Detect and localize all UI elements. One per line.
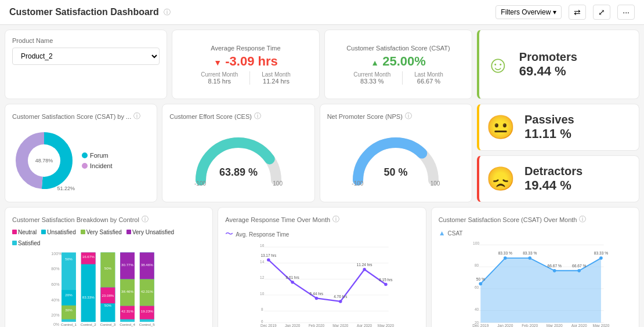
csat-current: Current Month 83.33 % [353,71,390,85]
neutral-face-icon: 😐 [486,114,515,141]
nps-gauge-svg: 50 % [349,134,442,186]
product-select[interactable]: Product_1 Product_2 Product_3 [12,48,160,65]
avg-response-card: Average Response Time -3.09 hrs Current … [172,30,320,99]
svg-point-64 [363,268,367,271]
avg-response-title: Average Response Time [211,45,280,52]
art-info-icon[interactable]: ⓘ [332,215,339,224]
svg-text:Control_5: Control_5 [139,322,155,326]
svg-text:30%: 30% [65,308,73,312]
detractors-pct: 19.44 % [524,178,583,193]
svg-text:Control_4: Control_4 [120,322,135,326]
expand-icon-button[interactable]: ⤢ [593,5,610,20]
svg-text:83.33%: 83.33% [82,295,95,299]
svg-text:23.08%: 23.08% [102,293,114,297]
donut-pct1: 48.78% [35,157,53,164]
ces-info-icon[interactable]: ⓘ [254,111,261,121]
svg-text:Control_3: Control_3 [100,322,115,326]
avg-response-last: Last Month 11.24 hrs [262,71,290,85]
svg-text:Feb 2020: Feb 2020 [309,324,325,327]
passives-detractors-stack: 😐 Passives 11.11 % 😞 Detractors 19.44 % [477,104,639,202]
svg-text:20%: 20% [51,313,60,318]
svg-text:Dec 2019: Dec 2019 [261,324,277,327]
csat-sub: Current Month 83.33 % Last Month 66.67 % [353,71,443,85]
svg-point-89 [479,282,482,286]
svg-text:20%: 20% [65,293,73,297]
passives-pct: 11.11 % [524,126,574,141]
app-header: Customer Satisfaction Dashboard ⓘ Filter… [0,0,644,25]
ces-gauge-labels: -100 100 [192,180,285,187]
svg-point-92 [553,269,556,272]
header-right: Filters Overview ▾ ⇄ ⤢ ··· [495,5,635,20]
svg-point-61 [291,281,295,284]
product-name-card: Product Name Product_1 Product_2 Product… [5,30,167,99]
csat-by-card: Customer Satisfaction Score (CSAT) by ..… [5,104,157,202]
ces-title: Customer Effort Score (CES) ⓘ [169,111,307,121]
svg-point-93 [577,269,581,272]
nps-info-icon[interactable]: ⓘ [405,111,412,121]
svg-rect-13 [61,306,76,319]
avg-response-value: -3.09 hrs [214,54,277,69]
svg-text:50 %: 50 % [476,277,484,281]
svg-text:83.33 %: 83.33 % [594,251,607,255]
passives-card: 😐 Passives 11.11 % [477,104,639,151]
breakdown-info-icon[interactable]: ⓘ [142,215,149,224]
svg-text:14: 14 [260,260,265,264]
breakdown-legend: Neutral Unsatisfied Very Satisfied Very … [12,229,205,246]
nps-gauge: 50 % -100 100 [327,126,465,195]
svg-text:80%: 80% [51,267,60,271]
svg-point-94 [599,256,603,260]
svg-point-65 [384,283,388,286]
row-2: Customer Satisfaction Score (CSAT) by ..… [5,104,639,202]
svg-text:5.44 hrs: 5.44 hrs [310,292,323,296]
svg-text:50 %: 50 % [384,166,408,178]
svg-text:Control_2: Control_2 [81,322,96,326]
svg-text:16: 16 [260,244,265,248]
more-options-button[interactable]: ··· [617,5,635,20]
row-3: Customer Satisfaction Breakdown by Contr… [5,207,639,327]
svg-text:Feb 2020: Feb 2020 [522,324,538,327]
svg-text:8: 8 [261,307,263,311]
nps-gauge-labels: -100 100 [349,180,442,187]
svg-text:83.33 %: 83.33 % [498,251,512,255]
nps-card: Net Promoter Score (NPS) ⓘ 50 % -100 100 [320,104,472,202]
art-legend: 〜 Avg. Response Time [225,229,418,239]
svg-text:0%: 0% [53,322,60,327]
svg-text:10: 10 [260,292,265,296]
art-chart-svg: 16 14 12 10 8 6 [225,242,418,327]
filter-overview-button[interactable]: Filters Overview ▾ [495,5,562,19]
forum-dot [82,152,88,158]
breakdown-chart-svg: 100% 80% 60% 40% 20% 0% 50% 20% 30% Cont… [12,250,205,327]
chevron-down-icon: ▾ [553,8,556,16]
svg-text:Jan 2020: Jan 2020 [285,324,301,327]
passives-label: Passives [524,113,574,126]
svg-text:100%: 100% [51,252,62,256]
svg-text:38.46%: 38.46% [121,289,133,293]
svg-text:40%: 40% [51,298,60,303]
product-label: Product Name [12,37,160,44]
incident-dot [82,163,88,169]
svg-text:42.31%: 42.31% [121,309,133,313]
svg-text:13.17 hrs: 13.17 hrs [261,253,277,257]
breakdown-title: Customer Satisfaction Breakdown by Contr… [12,215,205,224]
up-arrow-icon [371,54,379,68]
row-1: Product Name Product_1 Product_2 Product… [5,30,639,99]
svg-text:Jan 2020: Jan 2020 [497,324,513,327]
svg-text:63.89 %: 63.89 % [219,166,258,178]
svg-text:12: 12 [260,275,265,279]
down-arrow-icon [214,54,222,68]
csat-value: 25.00% [371,54,426,69]
art-over-month-card: Average Response Time Over Month ⓘ 〜 Avg… [218,207,426,327]
header-info-icon[interactable]: ⓘ [164,8,171,17]
svg-text:66.67 %: 66.67 % [547,264,561,268]
csat-over-month-info-icon[interactable]: ⓘ [579,215,586,224]
svg-point-62 [315,297,319,300]
nps-title: Net Promoter Score (NPS) ⓘ [327,111,465,121]
csat-by-info-icon[interactable]: ⓘ [133,111,140,121]
svg-text:May 2020: May 2020 [378,324,395,327]
svg-text:Mar 2020: Mar 2020 [333,324,349,327]
promoters-info: Promoters 69.44 % [519,50,577,79]
ces-gauge: 63.89 % -100 100 [169,126,307,195]
csat-over-month-card: Customer Satisfaction Score (CSAT) Over … [431,207,639,327]
csat-chart-svg: 100 80 60 40 20 [439,239,632,327]
share-icon-button[interactable]: ⇄ [569,5,586,20]
